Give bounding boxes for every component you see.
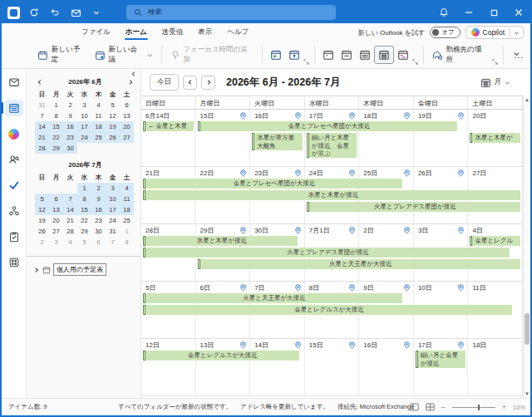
- location-pin-icon[interactable]: [403, 112, 411, 120]
- mini-calendar-day[interactable]: 9: [91, 194, 106, 204]
- location-pin-icon[interactable]: [294, 341, 302, 349]
- location-pin-icon[interactable]: [348, 169, 356, 177]
- event-bar[interactable]: 金星とレグルスが大接近: [143, 351, 299, 361]
- location-pin-icon[interactable]: [457, 341, 465, 349]
- tasks-nav-icon[interactable]: [5, 228, 23, 245]
- event-bar[interactable]: 火星とプレアデス星団が接近: [307, 202, 520, 212]
- event-bar[interactable]: 火星と天王星が大接近: [198, 259, 520, 269]
- location-pin-icon[interactable]: [348, 341, 356, 349]
- mini-calendar-day[interactable]: 17: [106, 204, 120, 215]
- mini-calendar-day[interactable]: 28: [63, 226, 77, 237]
- mini-calendar-day[interactable]: 29: [49, 143, 63, 154]
- schedule-view-button[interactable]: [394, 47, 412, 63]
- work-location-button[interactable]: 勤務先の場所: [428, 42, 492, 68]
- event-bar[interactable]: ← 金星と木星が: [143, 121, 194, 131]
- mini-calendar-day[interactable]: 22: [49, 132, 63, 143]
- mini-calendar-day[interactable]: 5: [35, 194, 49, 204]
- mini-calendar-day[interactable]: 3: [106, 183, 120, 194]
- focus-time-button[interactable]: フォーカス時間の追加: [166, 42, 258, 68]
- location-pin-icon[interactable]: [403, 284, 411, 292]
- event-bar[interactable]: 金星とレグルスが大: [470, 236, 520, 246]
- send-receive-icon[interactable]: [69, 6, 82, 19]
- menu-item-2[interactable]: 送受信: [161, 24, 185, 41]
- month-view-button[interactable]: [374, 46, 394, 64]
- mini-calendar-day[interactable]: 3: [49, 237, 63, 248]
- menu-item-1[interactable]: ホーム: [125, 24, 148, 41]
- mini-calendar-day[interactable]: 29: [77, 226, 91, 237]
- day-cell[interactable]: 18日: [359, 110, 414, 166]
- location-pin-icon[interactable]: [348, 227, 356, 234]
- mini-calendar-day[interactable]: 24: [106, 215, 120, 226]
- work-week-view-button[interactable]: [337, 47, 356, 63]
- event-bar[interactable]: 金星とレグルスが大接近: [143, 305, 512, 315]
- mini-calendar-title[interactable]: 2026年 6月: [43, 77, 127, 86]
- minimize-button[interactable]: [462, 6, 475, 19]
- mini-calendar-day[interactable]: 19: [35, 215, 49, 226]
- mini-calendar-day[interactable]: 14: [35, 121, 49, 132]
- day-cell[interactable]: 16日: [359, 339, 414, 395]
- zoom-in-icon[interactable]: +: [502, 405, 506, 410]
- day-cell[interactable]: 6月14日: [141, 110, 196, 166]
- mini-calendar-day[interactable]: 1: [49, 100, 63, 110]
- mini-calendar-day[interactable]: 21: [63, 215, 77, 226]
- mini-calendar-day[interactable]: 7: [35, 110, 49, 121]
- scroll-up-icon[interactable]: ▲: [524, 96, 530, 104]
- zoom-out-icon[interactable]: –: [441, 405, 446, 410]
- calendar-nav-icon[interactable]: [5, 100, 23, 116]
- day-view-button[interactable]: [319, 47, 337, 63]
- mini-calendar-day[interactable]: 13: [120, 110, 134, 121]
- event-bar[interactable]: 金星とプレセペ星団が大接近: [198, 121, 458, 131]
- location-pin-icon[interactable]: [403, 227, 411, 234]
- sidebar-collapse-icon[interactable]: [131, 71, 137, 77]
- share-calendar-button[interactable]: [285, 47, 303, 63]
- mini-calendar-day[interactable]: 27: [49, 226, 63, 237]
- mini-calendar-day[interactable]: 31: [106, 226, 120, 237]
- mini-calendar-day[interactable]: 8: [49, 110, 63, 121]
- location-pin-icon[interactable]: [403, 169, 411, 177]
- location-pin-icon[interactable]: [348, 284, 356, 292]
- zoom-slider[interactable]: [452, 407, 495, 408]
- normal-view-icon[interactable]: [410, 403, 419, 411]
- location-pin-icon[interactable]: [403, 341, 411, 349]
- event-bar[interactable]: 火星と天王星が大接近: [143, 293, 402, 303]
- mini-calendar-day[interactable]: 19: [106, 121, 120, 132]
- groups-nav-icon[interactable]: [5, 203, 23, 219]
- mini-calendar-day[interactable]: 15: [49, 121, 63, 132]
- location-pin-icon[interactable]: [294, 112, 302, 120]
- mini-calendar-day[interactable]: 8: [77, 194, 91, 204]
- location-pin-icon[interactable]: [294, 227, 302, 234]
- mini-calendar-day[interactable]: 2: [63, 100, 77, 110]
- mail-nav-icon[interactable]: [5, 74, 23, 91]
- personal-calendar-folder[interactable]: 個人用の予定表: [53, 263, 106, 276]
- location-pin-icon[interactable]: [457, 112, 465, 120]
- apps-nav-icon[interactable]: [5, 254, 23, 271]
- location-pin-icon[interactable]: [239, 227, 247, 234]
- todo-nav-icon[interactable]: [5, 177, 23, 194]
- mini-calendar-day[interactable]: 27: [120, 132, 134, 143]
- outlook-app-icon[interactable]: [7, 7, 20, 19]
- mini-calendar-day[interactable]: 14: [63, 204, 77, 215]
- scroll-thumb[interactable]: [525, 313, 530, 345]
- mini-calendar-day[interactable]: 13: [49, 204, 63, 215]
- event-bar[interactable]: 金星とプレセペ星団が大接近: [143, 179, 402, 189]
- undo-icon[interactable]: [48, 6, 62, 19]
- dialog-launcher-icon[interactable]: [303, 59, 309, 65]
- mini-calendar-day[interactable]: 11: [120, 194, 134, 204]
- mini-calendar-day[interactable]: 6: [91, 237, 106, 248]
- mini-calendar-day[interactable]: 17: [77, 121, 91, 132]
- day-cell[interactable]: 19日: [414, 110, 469, 166]
- dialog-launcher-icon[interactable]: [412, 59, 418, 65]
- close-button[interactable]: [512, 6, 525, 19]
- location-pin-icon[interactable]: [457, 169, 465, 177]
- location-pin-icon[interactable]: [294, 169, 302, 177]
- maximize-button[interactable]: [487, 6, 500, 19]
- next-button[interactable]: [201, 76, 215, 90]
- mini-calendar-day[interactable]: 7: [106, 237, 120, 248]
- mini-calendar-day[interactable]: 2: [91, 183, 106, 194]
- location-pin-icon[interactable]: [294, 284, 302, 292]
- event-bar[interactable]: 水星が東方最大離角: [252, 133, 303, 150]
- mini-calendar-day[interactable]: 26: [106, 132, 120, 143]
- mini-calendar-day[interactable]: 7: [63, 194, 77, 204]
- mini-calendar-day[interactable]: 25: [120, 215, 134, 226]
- mini-calendar-day[interactable]: 16: [91, 204, 106, 215]
